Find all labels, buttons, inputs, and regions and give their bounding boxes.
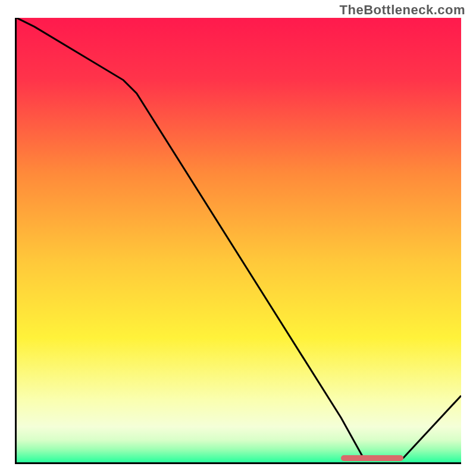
watermark-text: TheBottleneck.com xyxy=(340,2,465,18)
chart-plot-area xyxy=(17,18,461,462)
chart-axes xyxy=(15,18,461,464)
chart-line xyxy=(17,18,461,462)
chart-highlight-marker xyxy=(341,455,403,461)
